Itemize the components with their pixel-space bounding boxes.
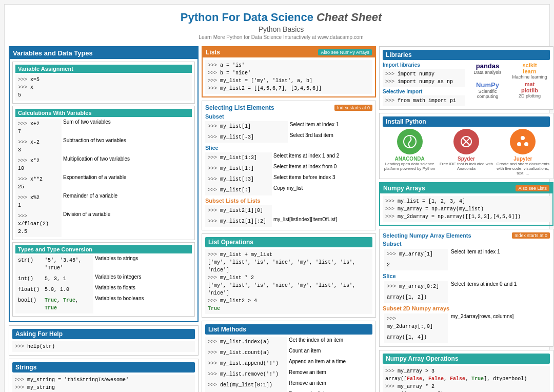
numpy-subset-table: >>> my_array[1] 2 Select item at index 1 — [383, 248, 550, 271]
list-methods-header: List Methods — [205, 324, 372, 335]
selective-title: Selective import — [383, 89, 465, 94]
libs-header: Libraries — [383, 50, 550, 60]
libs-section: Libraries Import libraries >>> import nu… — [379, 46, 553, 110]
var-assign-subsection: Variable Assignment >>> x=5 >>> x 5 — [12, 62, 195, 104]
lists-section: Lists Also see NumPy Arrays >>> a = 'is'… — [202, 46, 376, 97]
table-row: >>> x**225 Exponentiation of a variable — [15, 174, 192, 192]
page-subtitle: Python Basics — [9, 25, 553, 33]
strings-code: >>> my_string = 'thisStringIsAwesome' >>… — [12, 375, 195, 392]
numpy-ops-code: >>> my_array > 3 array([False, False, Fa… — [383, 366, 550, 392]
numpy-ops-header: Numpy Array Operations — [383, 354, 550, 364]
slice-table: >>> my_list[1:3]Select items at index 1 … — [205, 152, 372, 195]
lists-also-see: Also see NumPy Arrays — [318, 49, 372, 55]
list-ops-code: >>> my_list + my_list ['my', 'list', 'is… — [205, 249, 372, 314]
select-list-title: Selecting List Elements — [205, 104, 274, 111]
calc-subsection: Calculations With Variables >>> x+27 Sum… — [12, 106, 195, 240]
subset-list-header: Subset — [205, 113, 372, 120]
select-list-index: Index starts at 0 — [334, 105, 372, 111]
table-row: >>> x-23 Subtraction of two variables — [15, 137, 192, 155]
import-col: Import libraries >>> import numpy >>> im… — [383, 62, 465, 106]
list-methods-table: >>> my_list.index(a)Get the index of an … — [205, 337, 372, 392]
calc-table: >>> x+27 Sum of two variables >>> x-23 S… — [15, 119, 192, 237]
select-numpy-section: Selecting Numpy Array Elements Index sta… — [379, 229, 553, 347]
table-row: >>> x+27 Sum of two variables — [15, 119, 192, 137]
lists-title: Lists — [206, 49, 220, 56]
page-tagline: Learn More Python for Data Science Inter… — [9, 34, 553, 40]
types-subsection: Types and Type Conversion str() '5', '3.… — [12, 242, 195, 317]
subset-table: >>> my_list[1]Select item at index 1 >>>… — [205, 121, 372, 143]
types-table: str() '5', '3.45', 'True' Variables to s… — [15, 255, 192, 313]
svg-point-4 — [524, 142, 528, 146]
var-assign-header: Variable Assignment — [15, 65, 192, 73]
select-numpy-index: Index starts at 0 — [512, 232, 550, 239]
numpy-init-code: >>> my_list = [1, 2, 3, 4] >>> my_array … — [383, 196, 550, 222]
list-ops-section: List Operations >>> my_list + my_list ['… — [202, 233, 376, 318]
lib-logos: pandas Data analysis scikitlearn Machine… — [467, 62, 550, 106]
sklearn-logo: scikitlearn Machine learning — [509, 62, 550, 80]
spyder-item: Spyder Free IDE that is included with An… — [439, 129, 493, 175]
jupyter-item: Jupyter Create and share documents with … — [496, 129, 550, 175]
types-header: Types and Type Conversion — [15, 245, 192, 253]
numpy-section: Numpy Arrays Also see Lists >>> my_list … — [379, 182, 553, 226]
numpy-slice-table: >>> my_array[0:2] array([1, 2]) Select i… — [383, 281, 550, 303]
numpy-2d-header: Subset 2D Numpy arrays — [383, 305, 550, 311]
install-header: Install Python — [383, 116, 550, 127]
table-row: >>> x*210 Multiplication of two variable… — [15, 155, 192, 174]
matplotlib-logo: matplotlib 2D plotting — [509, 81, 550, 99]
column-2: Lists Also see NumPy Arrays >>> a = 'is'… — [202, 46, 376, 392]
strings-section: Strings >>> my_string = 'thisStringIsAwe… — [9, 359, 199, 392]
import-code: >>> import numpy >>> import numpy as np — [383, 69, 465, 87]
selective-code: >>> from math import pi — [383, 95, 465, 106]
subset-lists-table: >>> my_list2[1][0] >>> my_list2[1][:2]my… — [205, 205, 372, 227]
table-row: bool() True, True, True Variables to boo… — [15, 295, 192, 313]
svg-point-3 — [517, 142, 521, 146]
table-row: str() '5', '3.45', 'True' Variables to s… — [15, 255, 192, 273]
select-list-section: Selecting List Elements Index starts at … — [202, 101, 376, 230]
table-row: >>> x%21 Remainder of a variable — [15, 192, 192, 211]
vars-title: Variables and Data Types — [10, 47, 197, 59]
jupyter-icon — [510, 129, 536, 154]
var-assign-code: >>> x=5 >>> x 5 — [15, 74, 192, 101]
help-code: >>> help(str) — [12, 341, 195, 352]
select-numpy-title: Selecting Numpy Array Elements — [383, 232, 471, 239]
help-header: Asking For Help — [12, 329, 195, 339]
column-1: Variables and Data Types Variable Assign… — [9, 46, 199, 392]
numpy-2d-table: >>> my_2darray[:,0] array([1, 4]) my_2da… — [383, 313, 550, 343]
numpy-title: Numpy Arrays — [383, 185, 425, 192]
subset-lists-header: Subset Lists of Lists — [205, 198, 372, 204]
list-methods-section: List Methods >>> my_list.index(a)Get the… — [202, 321, 376, 392]
anaconda-item: ANACONDA Leading open data science platf… — [383, 129, 437, 175]
numpy-ops-section: Numpy Array Operations >>> my_array > 3 … — [379, 350, 553, 392]
svg-point-2 — [521, 136, 525, 140]
column-3: Libraries Import libraries >>> import nu… — [379, 46, 553, 392]
page-header: Python For Data Science Cheat Sheet Pyth… — [9, 9, 553, 43]
lists-init-code: >>> a = 'is' >>> b = 'nice' >>> my_list … — [205, 60, 372, 94]
anaconda-icon — [397, 129, 423, 154]
import-title: Import libraries — [383, 62, 465, 68]
table-row: int() 5, 3, 1 Variables to integers — [15, 273, 192, 284]
install-section: Install Python ANACONDA Leading open dat… — [379, 113, 553, 179]
page-title: Python For Data Science Cheat Sheet — [9, 11, 553, 24]
strings-header: Strings — [12, 362, 195, 373]
list-ops-header: List Operations — [205, 237, 372, 247]
spyder-icon — [453, 129, 479, 154]
pandas-logo: pandas Data analysis — [467, 62, 508, 80]
numpy-slice-header: Slice — [383, 273, 550, 279]
numpy-subset-header: Subset — [383, 241, 550, 247]
numpy-logo: NumPy Scientific computing — [467, 81, 508, 99]
slice-header: Slice — [205, 145, 372, 151]
table-row: >>> x/float(2)2.5 Division of a variable — [15, 211, 192, 237]
vars-section: Variables and Data Types Variable Assign… — [9, 46, 199, 322]
table-row: float() 5.0, 1.0 Variables to floats — [15, 284, 192, 295]
calc-header: Calculations With Variables — [15, 109, 192, 117]
help-section: Asking For Help >>> help(str) — [9, 325, 199, 356]
numpy-also-see: Also see Lists — [516, 185, 549, 191]
